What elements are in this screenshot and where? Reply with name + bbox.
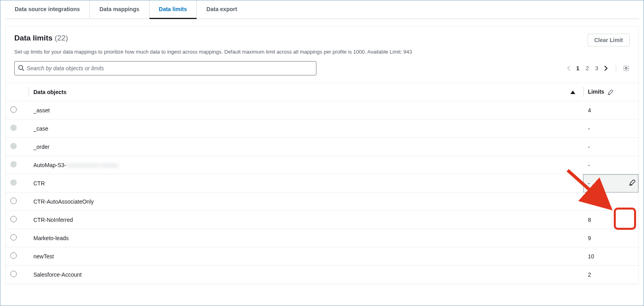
edit-limit-button[interactable] — [629, 179, 635, 187]
search-field[interactable] — [14, 61, 316, 75]
pager-divider — [616, 64, 616, 72]
gear-icon — [623, 65, 630, 72]
data-object-cell: _case — [29, 119, 583, 138]
settings-button[interactable] — [623, 65, 630, 72]
panel-title-wrap: Data limits (22) — [14, 34, 68, 42]
page-2[interactable]: 2 — [586, 65, 589, 71]
row-select-cell — [6, 119, 29, 138]
table-row: AutoMap-S3-xxxxxxxxxxxx-xxxxxx- — [6, 156, 638, 174]
row-select-cell — [6, 229, 29, 247]
page-prev-button[interactable] — [567, 65, 571, 71]
data-object-name: Salesforce-Account — [33, 271, 81, 278]
data-object-cell: Salesforce-Account — [29, 266, 583, 284]
data-object-cell: _asset — [29, 101, 583, 119]
page-next-button[interactable] — [604, 65, 608, 71]
data-object-cell: CTR-NoInferred — [29, 211, 583, 229]
limit-cell: 9 — [583, 229, 638, 247]
table-row: CTR-NoInferred8 — [6, 211, 638, 229]
table-row: _order- — [6, 138, 638, 156]
data-object-cell: _order — [29, 138, 583, 156]
data-object-cell: CTR — [29, 174, 583, 192]
tab-bar: Data source integrationsData mappingsDat… — [5, 0, 639, 19]
limit-cell: - — [583, 156, 638, 174]
sort-ascending-icon — [570, 90, 575, 94]
data-object-cell: CTR-AutoAssociateOnly — [29, 192, 583, 211]
svg-line-1 — [22, 69, 24, 71]
limit-value: - — [588, 144, 590, 150]
panel-description: Set up limits for your data mappings to … — [14, 49, 630, 55]
search-input[interactable] — [27, 65, 313, 71]
limit-cell: 10 — [583, 247, 638, 266]
data-object-name: AutoMap-S3- — [33, 162, 66, 168]
data-object-name: CTR-NoInferred — [33, 217, 73, 223]
limit-cell: - — [583, 138, 638, 156]
limit-value: - — [588, 125, 590, 132]
table-row: _asset4 — [6, 101, 638, 119]
pagination: 123 — [567, 64, 630, 72]
limit-cell: - — [583, 119, 638, 138]
row-radio[interactable] — [10, 271, 17, 277]
data-object-name: Marketo-leads — [33, 235, 69, 241]
edit-icon — [607, 90, 613, 95]
row-radio[interactable] — [10, 198, 17, 204]
row-radio — [10, 143, 17, 149]
limit-cell[interactable]: - — [583, 174, 638, 192]
limit-value: - — [588, 180, 590, 187]
row-select-cell — [6, 174, 29, 192]
data-object-name: _case — [33, 125, 48, 132]
panel-title-text: Data limits — [14, 34, 52, 42]
row-radio[interactable] — [10, 106, 17, 113]
clear-limit-button[interactable]: Clear Limit — [588, 34, 630, 46]
row-radio[interactable] — [10, 216, 17, 222]
limit-value: 4 — [588, 107, 591, 114]
limit-cell: 2 — [583, 266, 638, 284]
table-row: newTest10 — [6, 247, 638, 266]
tab-data-mappings[interactable]: Data mappings — [90, 0, 149, 19]
table-row: Marketo-leads9 — [6, 229, 638, 247]
row-radio — [10, 179, 17, 186]
col-sort-indicator[interactable] — [566, 83, 583, 101]
data-object-name: _asset — [33, 107, 50, 114]
limit-cell: 8 — [583, 211, 638, 229]
row-select-cell — [6, 138, 29, 156]
row-select-cell — [6, 247, 29, 266]
redacted-text: xxxxxxxxxxxx-xxxxxx — [66, 162, 118, 168]
limit-value: 6 — [588, 198, 591, 205]
table-row: _case- — [6, 119, 638, 138]
data-object-cell: AutoMap-S3-xxxxxxxxxxxx-xxxxxx — [29, 156, 583, 174]
page-1[interactable]: 1 — [576, 65, 580, 71]
page-root: Data source integrationsData mappingsDat… — [0, 0, 644, 306]
data-limits-panel: Data limits (22) Clear Limit Set up limi… — [5, 26, 639, 284]
row-select-cell — [6, 266, 29, 284]
search-icon — [18, 65, 27, 72]
row-radio[interactable] — [10, 252, 17, 259]
panel-count: (22) — [54, 34, 68, 42]
row-radio[interactable] — [10, 234, 17, 241]
col-select — [6, 83, 29, 101]
data-object-cell: Marketo-leads — [29, 229, 583, 247]
col-data-objects-label: Data objects — [33, 89, 66, 95]
table-row: CTR- — [6, 174, 638, 192]
row-select-cell — [6, 101, 29, 119]
limit-value: 8 — [588, 217, 591, 223]
limit-value: 2 — [588, 271, 591, 278]
col-limits[interactable]: Limits — [583, 83, 638, 101]
row-select-cell — [6, 156, 29, 174]
limit-value: - — [588, 162, 590, 168]
col-limits-label: Limits — [588, 89, 604, 95]
svg-point-2 — [625, 67, 627, 69]
limit-cell: 4 — [583, 101, 638, 119]
table-row: Salesforce-Account2 — [6, 266, 638, 284]
tab-data-source-integrations[interactable]: Data source integrations — [5, 0, 90, 19]
svg-point-0 — [19, 65, 23, 69]
data-object-name: CTR — [33, 180, 45, 187]
tab-data-limits[interactable]: Data limits — [149, 0, 197, 19]
controls-row: 123 — [14, 61, 630, 75]
data-limits-table: Data objects Limits _asset4_case-_order-… — [6, 83, 638, 284]
limit-value: 10 — [588, 253, 594, 260]
col-data-objects[interactable]: Data objects — [29, 83, 566, 101]
table-row: CTR-AutoAssociateOnly6 — [6, 192, 638, 211]
tab-data-export[interactable]: Data export — [197, 0, 246, 19]
page-3[interactable]: 3 — [595, 65, 598, 71]
table-header-row: Data objects Limits — [6, 83, 638, 101]
